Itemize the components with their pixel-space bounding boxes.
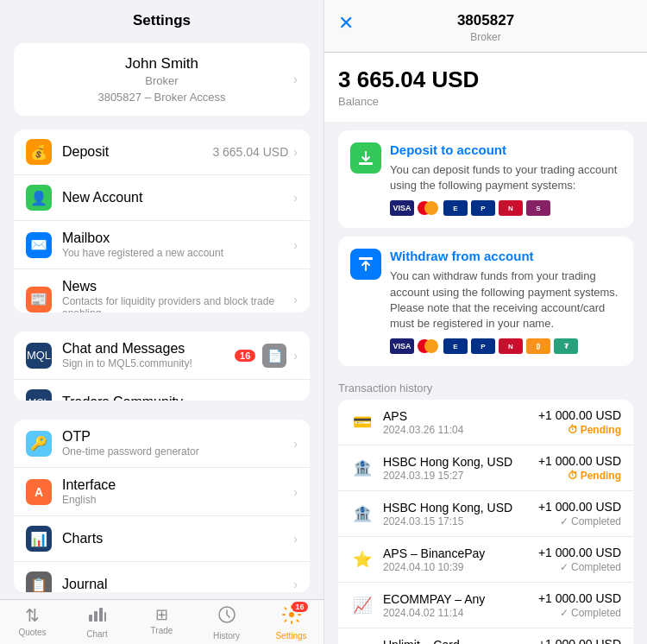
profile-arrow-icon: ›: [293, 72, 298, 87]
table-row: 💳 APS 2024.03.26 11:04 +1 000.00 USD ⏱ P…: [338, 400, 633, 445]
otp-label: OTP: [62, 429, 293, 445]
w-ecard-icon: E: [443, 338, 468, 354]
skrill-icon: S: [526, 200, 550, 216]
deposit-action-icon: [350, 142, 381, 174]
page-title: Settings: [14, 12, 310, 29]
interface-icon: A: [26, 479, 52, 505]
new-account-icon: 👤: [26, 185, 52, 211]
settings-nav-badge: 16: [292, 602, 307, 612]
journal-icon: 📋: [26, 571, 52, 592]
menu-item-news[interactable]: 📰 News Contacts for liquidity providers …: [14, 269, 310, 313]
withdraw-payment-icons: VISA E P N ₿ ₮: [390, 338, 621, 354]
nav-history[interactable]: History: [194, 600, 259, 644]
action-cards: Deposit to account You can deposit funds…: [324, 122, 647, 375]
deposit-value: 3 665.04 USD: [212, 145, 288, 159]
journal-text: Journal: [62, 577, 293, 592]
tx-date: 2024.03.19 15:27: [383, 470, 538, 482]
tx-section: Transaction history 💳 APS 2024.03.26 11:…: [324, 375, 647, 644]
tx-info: HSBC Hong Kong, USD 2024.03.15 17:15: [383, 501, 538, 527]
nav-settings[interactable]: 16 Settings: [259, 600, 324, 644]
mailbox-text: Mailbox You have registered a new accoun…: [62, 230, 293, 259]
withdraw-card-desc: You can withdraw funds from your trading…: [390, 268, 621, 331]
deposit-payment-icons: VISA E P N S: [390, 200, 621, 216]
menu-item-otp[interactable]: 🔑 OTP One-time password generator ›: [14, 420, 310, 468]
withdraw-action-icon: [350, 249, 381, 280]
traders-text: Traders Community: [62, 395, 293, 401]
traders-icon: MQL: [26, 389, 52, 401]
menu-item-chat[interactable]: MQL Chat and Messages Sign in to MQL5.co…: [14, 331, 310, 380]
mailbox-arrow: ›: [293, 238, 298, 252]
withdraw-action-text: Withdraw from account You can withdraw f…: [390, 249, 621, 354]
w-btc-icon: ₿: [526, 338, 550, 354]
nav-chart[interactable]: Chart: [65, 600, 129, 644]
trade-icon: ⊞: [155, 605, 168, 624]
deposit-card: Deposit to account You can deposit funds…: [338, 130, 633, 228]
interface-text: Interface English: [62, 477, 293, 506]
quotes-icon: ⇅: [25, 605, 40, 626]
tx-amount: +1 000.00 USD: [538, 408, 621, 422]
tx-right: +1 000.00 USD ✓ Completed: [538, 591, 621, 619]
svg-rect-6: [359, 162, 373, 165]
tx-date: 2024.03.15 17:15: [383, 515, 538, 527]
tx-status: ⏱ Pending: [538, 424, 621, 436]
visa-icon: VISA: [390, 200, 414, 216]
svg-rect-1: [94, 611, 97, 622]
withdraw-card-title: Withdraw from account: [390, 249, 621, 263]
menu-item-interface[interactable]: A Interface English ›: [14, 468, 310, 516]
tx-icon: 💳: [350, 410, 374, 434]
table-row: 📈 ECOMMPAY – Any 2024.04.02 11:14 +1 000…: [338, 583, 633, 628]
traders-label: Traders Community: [62, 395, 293, 401]
table-row: 💳 Unlimit – Card 2024.04.02 11:13 +1 000…: [338, 628, 633, 644]
charts-text: Charts: [62, 531, 293, 546]
tx-status: ✓ Completed: [538, 561, 621, 573]
nav-trade[interactable]: ⊞ Trade: [129, 600, 194, 644]
history-icon: [217, 605, 236, 629]
menu-item-new-account[interactable]: 👤 New Account ›: [14, 175, 310, 221]
tx-icon: 💳: [350, 639, 374, 644]
interface-label: Interface: [62, 477, 293, 493]
deposit-header: Deposit to account You can deposit funds…: [350, 142, 621, 216]
tx-right: +1 000.00 USD ⏱ Pending: [538, 454, 621, 482]
new-account-label: New Account: [62, 190, 293, 205]
menu-item-deposit[interactable]: 💰 Deposit 3 665.04 USD ›: [14, 129, 310, 175]
interface-sublabel: English: [62, 494, 293, 506]
otp-arrow: ›: [293, 437, 298, 451]
profile-section[interactable]: John Smith Broker 3805827 – Broker Acces…: [14, 43, 310, 116]
withdraw-card: Withdraw from account You can withdraw f…: [338, 237, 633, 366]
menu-section-2: MQL Chat and Messages Sign in to MQL5.co…: [14, 331, 310, 401]
menu-item-charts[interactable]: 📊 Charts ›: [14, 516, 310, 562]
news-sublabel: Contacts for liquidity providers and blo…: [62, 295, 293, 313]
w-paypal-icon: P: [471, 338, 495, 354]
w-mc2-icon: [424, 339, 438, 353]
profile-account: 3805827 – Broker Access: [97, 91, 225, 104]
left-header: Settings: [0, 0, 324, 36]
interface-arrow: ›: [293, 485, 298, 499]
mailbox-icon: ✉️: [26, 232, 52, 258]
mailbox-sublabel: You have registered a new account: [62, 247, 293, 259]
profile-name: John Smith: [125, 55, 198, 73]
journal-arrow: ›: [293, 578, 298, 591]
new-account-arrow: ›: [293, 191, 298, 205]
news-icon: 📰: [26, 287, 52, 313]
tx-status: ⏱ Pending: [538, 470, 621, 482]
deposit-icon: 💰: [26, 139, 52, 165]
broker-subtitle: Broker: [470, 31, 500, 43]
w-neteller-icon: N: [499, 338, 523, 354]
chat-doc-icon: 📄: [262, 344, 286, 368]
close-button[interactable]: ✕: [338, 12, 354, 35]
menu-item-journal[interactable]: 📋 Journal ›: [14, 562, 310, 592]
tx-icon: 🏦: [350, 456, 374, 480]
deposit-label: Deposit: [62, 144, 212, 160]
menu-item-mailbox[interactable]: ✉️ Mailbox You have registered a new acc…: [14, 221, 310, 269]
tx-amount: +1 000.00 USD: [538, 591, 621, 605]
charts-icon: 📊: [26, 526, 52, 552]
nav-quotes[interactable]: ⇅ Quotes: [0, 600, 65, 644]
deposit-arrow: ›: [293, 145, 298, 159]
menu-item-traders[interactable]: MQL Traders Community ›: [14, 380, 310, 401]
tx-name: HSBC Hong Kong, USD: [383, 501, 538, 515]
tx-name: HSBC Hong Kong, USD: [383, 455, 538, 469]
broker-id: 3805827: [457, 12, 514, 29]
tx-icon: 🏦: [350, 502, 374, 526]
chat-icon: MQL: [26, 343, 52, 369]
w-visa-icon: VISA: [390, 338, 414, 354]
